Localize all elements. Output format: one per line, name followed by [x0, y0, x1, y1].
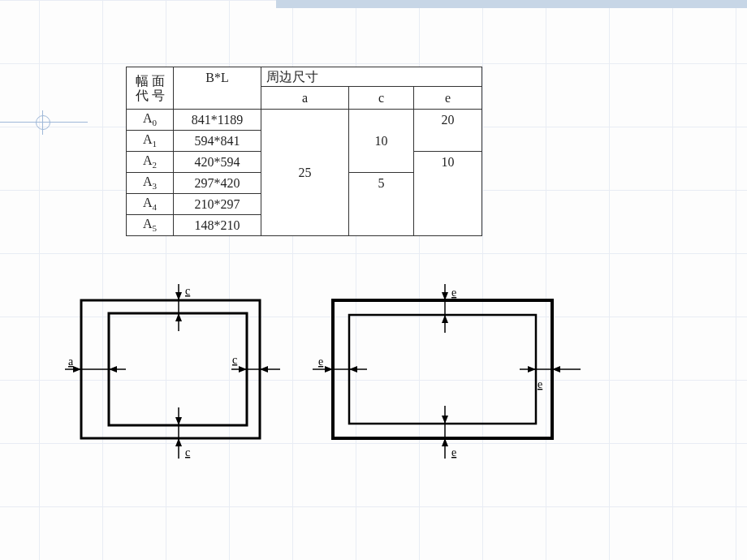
cell-code: A1: [127, 131, 174, 152]
label-c: c: [232, 354, 237, 366]
cell-e-top: 20: [414, 110, 482, 152]
label-c: c: [185, 285, 190, 297]
top-shadow-bar: [276, 0, 747, 8]
table-row: A0 841*1189 25 10 20: [127, 110, 482, 131]
cell-bl: 594*841: [174, 131, 261, 152]
cell-c-bottom: 5: [349, 173, 414, 236]
cell-bl: 297*420: [174, 173, 261, 194]
cell-bl: 841*1189: [174, 110, 261, 131]
header-c: c: [349, 87, 414, 110]
svg-rect-1: [109, 313, 247, 425]
header-border: 周边尺寸: [261, 67, 482, 87]
cell-c-top: 10: [349, 110, 414, 173]
cell-code: A3: [127, 173, 174, 194]
format-size-table: 幅 面 代 号 B*L 周边尺寸 a c e A0 841*1189 25 10…: [126, 67, 482, 236]
svg-rect-7: [349, 315, 536, 424]
label-e: e: [538, 378, 542, 390]
header-a: a: [261, 87, 349, 110]
cell-code: A5: [127, 215, 174, 236]
cell-code: A0: [127, 110, 174, 131]
origin-marker: [36, 115, 55, 135]
diagram-right: e e e e: [313, 284, 581, 459]
header-bl: B*L: [174, 67, 261, 110]
header-e: e: [414, 87, 482, 110]
cell-bl: 420*594: [174, 152, 261, 173]
label-e: e: [318, 355, 323, 368]
cell-bl: 210*297: [174, 194, 261, 215]
diagram-left: c c a c: [65, 284, 280, 459]
label-e: e: [451, 446, 456, 459]
cell-code: A4: [127, 194, 174, 215]
cell-code: A2: [127, 152, 174, 173]
label-a: a: [68, 355, 74, 368]
cell-a-value: 25: [261, 110, 349, 236]
header-code: 幅 面 代 号: [127, 67, 174, 110]
label-e: e: [451, 286, 456, 299]
frame-diagrams: c c a c e e e: [65, 276, 650, 487]
label-c: c: [185, 446, 190, 459]
cell-e-bottom: 10: [414, 152, 482, 236]
cell-bl: 148*210: [174, 215, 261, 236]
